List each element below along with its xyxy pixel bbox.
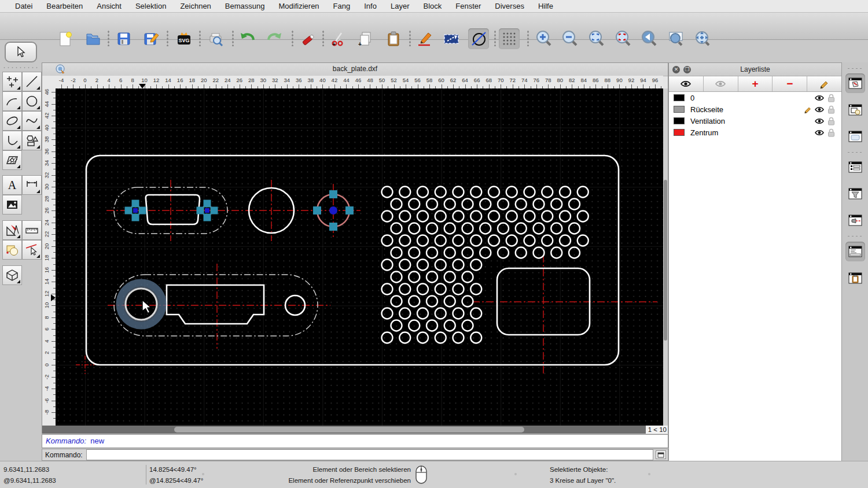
vent-hole[interactable]	[480, 223, 491, 234]
vent-hole[interactable]	[560, 211, 571, 222]
vent-hole[interactable]	[426, 296, 437, 307]
vent-hole[interactable]	[444, 320, 455, 331]
vent-hole[interactable]	[516, 199, 527, 210]
vent-hole[interactable]	[444, 199, 455, 210]
vent-hole[interactable]	[480, 247, 491, 258]
vent-hole[interactable]	[435, 308, 446, 319]
text-tool-button[interactable]: A	[2, 175, 22, 195]
vent-hole[interactable]	[488, 211, 499, 222]
vent-hole[interactable]	[569, 247, 580, 258]
save-as-button[interactable]	[141, 28, 161, 49]
vent-hole[interactable]	[399, 308, 410, 319]
vent-hole[interactable]	[551, 247, 562, 258]
hovered-circle[interactable]	[126, 289, 157, 320]
vent-hole[interactable]	[470, 284, 481, 295]
vent-hole[interactable]	[453, 211, 464, 222]
selection-filter-toggle-button[interactable]	[845, 184, 865, 204]
vent-hole[interactable]	[391, 272, 402, 283]
selection-tool-button[interactable]	[441, 28, 462, 49]
vent-hole[interactable]	[470, 308, 481, 319]
cad-tools-button[interactable]	[2, 220, 22, 240]
vent-hole[interactable]	[435, 211, 446, 222]
vent-hole[interactable]	[488, 235, 499, 246]
vent-hole[interactable]	[391, 223, 402, 234]
vent-hole[interactable]	[534, 223, 545, 234]
vent-hole[interactable]	[435, 332, 446, 343]
menu-layer[interactable]: Layer	[384, 0, 417, 13]
image-tool-button[interactable]	[2, 195, 22, 215]
vent-hole[interactable]	[444, 296, 455, 307]
layer-visibility-icon[interactable]	[814, 94, 825, 102]
vent-hole[interactable]	[391, 247, 402, 258]
menu-fenster[interactable]: Fenster	[448, 0, 488, 13]
modify-tool-button[interactable]	[2, 240, 22, 260]
new-file-button[interactable]	[55, 28, 76, 49]
vent-hole[interactable]	[409, 223, 420, 234]
horizontal-scrollbar-thumb[interactable]	[174, 427, 524, 432]
vent-hole[interactable]	[551, 199, 562, 210]
vent-hole[interactable]	[524, 187, 535, 198]
view-3d-button[interactable]	[2, 265, 22, 285]
vent-hole[interactable]	[480, 199, 491, 210]
vent-hole[interactable]	[382, 284, 393, 295]
points-tool-button[interactable]	[2, 72, 22, 91]
vent-hole[interactable]	[560, 187, 571, 198]
dimension-tool-button[interactable]	[22, 175, 42, 195]
vent-hole[interactable]	[578, 211, 589, 222]
hatch-tool-button[interactable]	[2, 150, 22, 170]
vent-hole[interactable]	[391, 320, 402, 331]
vent-hole[interactable]	[382, 187, 393, 198]
vent-hole[interactable]	[506, 235, 517, 246]
show-all-layers-button[interactable]	[669, 76, 704, 91]
ellipse-tool-button[interactable]	[2, 111, 22, 131]
vent-hole[interactable]	[417, 308, 428, 319]
layer-row-zentrum[interactable]: Zentrum	[669, 127, 841, 138]
open-file-button[interactable]	[83, 28, 104, 49]
vent-hole[interactable]	[409, 199, 420, 210]
layer-lock-icon[interactable]	[825, 105, 837, 114]
modify-attributes-button[interactable]	[22, 240, 42, 260]
vent-hole[interactable]	[382, 260, 393, 271]
vent-hole[interactable]	[426, 272, 437, 283]
hide-all-layers-button[interactable]	[704, 76, 738, 91]
library-browser-toggle-button[interactable]	[845, 127, 865, 146]
vent-hole[interactable]	[409, 296, 420, 307]
vent-hole[interactable]	[426, 199, 437, 210]
vent-hole[interactable]	[498, 199, 509, 210]
vent-hole[interactable]	[382, 211, 393, 222]
grid-toggle-button[interactable]	[499, 28, 520, 49]
vent-hole[interactable]	[506, 211, 517, 222]
zoom-window-button[interactable]	[665, 28, 686, 49]
zoom-auto-button[interactable]	[586, 28, 607, 49]
selection-handle[interactable]	[329, 190, 337, 198]
layer-color-swatch[interactable]	[674, 94, 685, 101]
vent-hole[interactable]	[417, 284, 428, 295]
close-icon[interactable]: ✕	[672, 66, 680, 73]
selection-handle[interactable]	[211, 207, 218, 215]
selection-handle[interactable]	[197, 207, 204, 215]
svg-export-button[interactable]: SVG	[174, 28, 194, 49]
menu-hilfe[interactable]: Hilfe	[531, 0, 560, 13]
zoom-selection-button[interactable]	[613, 28, 634, 49]
vent-hole[interactable]	[542, 211, 553, 222]
vent-hole[interactable]	[399, 235, 410, 246]
vent-hole[interactable]	[391, 199, 402, 210]
command-line-toggle-button[interactable]	[845, 242, 865, 261]
vent-hole[interactable]	[417, 235, 428, 246]
circle-tool-button[interactable]	[22, 91, 42, 111]
undo-button[interactable]	[237, 28, 258, 49]
menu-modifizieren[interactable]: Modifizieren	[272, 0, 326, 13]
selection-handle[interactable]	[125, 207, 133, 215]
line-tool-button[interactable]	[22, 72, 42, 91]
vent-hole[interactable]	[426, 320, 437, 331]
vent-hole[interactable]	[569, 199, 580, 210]
menu-block[interactable]: Block	[416, 0, 448, 13]
vent-hole[interactable]	[435, 260, 446, 271]
vent-hole[interactable]	[444, 223, 455, 234]
vent-hole[interactable]	[426, 247, 437, 258]
layer-visibility-icon[interactable]	[814, 129, 825, 136]
layer-row-ventilation[interactable]: Ventilation	[669, 115, 841, 127]
selection-handle[interactable]	[132, 214, 139, 221]
selection-handle[interactable]	[313, 206, 321, 215]
vent-hole[interactable]	[462, 320, 473, 331]
